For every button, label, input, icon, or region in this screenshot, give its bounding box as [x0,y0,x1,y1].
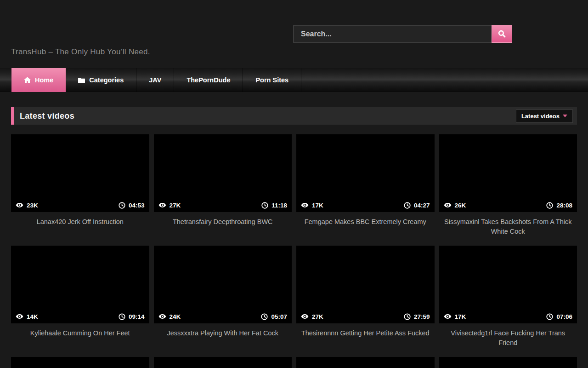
home-icon [24,77,31,83]
sort-dropdown-label: Latest videos [521,113,560,120]
views-stat: 27K [158,202,181,209]
video-stats: 17K 07:06 [439,310,577,323]
eye-icon [444,202,452,208]
video-card[interactable]: 17K 07:06 Vivisectedg1rl Face Fucking He… [439,246,577,348]
duration-value: 28:08 [556,202,572,209]
duration-value: 09:14 [129,313,145,320]
nav-tab-jav[interactable]: JAV [136,68,174,92]
duration-stat: 28:08 [546,202,572,209]
views-count: 17K [455,313,466,320]
section-title: Latest videos [20,111,74,121]
video-card[interactable]: 24K 05:07 Jessxxxtra Playing With Her Fa… [154,246,292,348]
views-stat: 17K [301,202,323,209]
video-thumbnail[interactable]: 17K 07:06 [439,246,577,323]
nav-tab-label: Home [35,76,53,84]
video-thumbnail[interactable]: 24K 05:07 [154,246,292,323]
video-stats: 27K 11:18 [154,198,292,212]
duration-stat: 04:53 [119,202,145,209]
eye-icon [16,314,23,319]
views-count: 26K [455,202,466,209]
main-navigation: Home Categories JAV ThePornDude Porn Sit… [0,68,588,92]
video-card[interactable]: 17K 04:27 Femgape Makes BBC Extremely Cr… [296,134,435,236]
video-stats: 27K 27:59 [296,310,435,323]
duration-stat: 27:59 [404,313,430,320]
clock-icon [261,202,268,209]
clock-icon [546,313,553,320]
clock-icon [404,202,411,209]
clock-icon [546,202,553,209]
duration-stat: 05:07 [261,313,287,320]
duration-value: 04:53 [129,202,145,209]
video-stats: 14K 09:14 [11,310,149,323]
clock-icon [261,313,268,320]
nav-tab-label: ThePornDude [187,76,230,84]
sort-dropdown[interactable]: Latest videos [516,109,573,123]
video-card[interactable]: 23K 04:53 Lanax420 Jerk Off Instruction [11,134,149,236]
eye-icon [158,314,166,319]
eye-icon [301,314,309,319]
duration-value: 11:18 [271,202,287,209]
video-title[interactable]: Kyliehaale Cumming On Her Feet [11,323,149,343]
video-thumbnail[interactable] [296,357,435,368]
caret-down-icon [563,115,567,117]
views-count: 27K [312,313,323,320]
duration-value: 27:59 [414,313,430,320]
search-input[interactable] [293,25,492,43]
video-title[interactable]: Jessxxxtra Playing With Her Fat Cock [154,323,292,343]
eye-icon [16,202,23,208]
views-count: 23K [27,202,38,209]
clock-icon [119,202,125,209]
video-thumbnail[interactable]: 17K 04:27 [296,134,435,212]
clock-icon [404,313,411,320]
search-button[interactable] [492,25,512,43]
video-thumbnail[interactable]: 27K 11:18 [154,134,292,212]
video-title[interactable]: Sissymaxinl Takes Backshots From A Thick… [439,212,577,236]
nav-tab-label: Porn Sites [255,76,288,84]
video-stats: 24K 05:07 [154,310,292,323]
views-stat: 14K [16,313,38,320]
nav-tab-porn-sites[interactable]: Porn Sites [243,68,301,92]
video-title[interactable]: Lanax420 Jerk Off Instruction [11,212,149,231]
main-content: Latest videos Latest videos 23K [0,107,588,368]
views-stat: 27K [301,313,323,320]
eye-icon [158,202,166,208]
duration-stat: 11:18 [261,202,287,209]
nav-tab-home[interactable]: Home [11,68,66,92]
views-count: 27K [170,202,181,209]
eye-icon [301,202,309,208]
views-count: 14K [27,313,38,320]
duration-value: 04:27 [414,202,430,209]
views-stat: 24K [158,313,181,320]
video-thumbnail[interactable] [439,357,577,368]
nav-tab-categories[interactable]: Categories [66,68,136,92]
eye-icon [444,314,452,319]
duration-stat: 07:06 [546,313,572,320]
video-title[interactable]: Femgape Makes BBC Extremely Creamy [296,212,435,231]
folder-icon [78,77,85,83]
video-card[interactable]: 26K 28:08 Sissymaxinl Takes Backshots Fr… [439,134,577,236]
video-card[interactable]: 27K 27:59 Thesirennnn Getting Her Petite… [296,246,435,348]
video-title[interactable]: Vivisectedg1rl Face Fucking Her Trans Fr… [439,323,577,348]
duration-value: 07:06 [556,313,572,320]
site-tagline: TransHub – The Only Hub You’ll Need. [11,47,150,57]
search-bar [293,25,512,43]
views-count: 17K [312,202,323,209]
video-title[interactable]: Thesirennnn Getting Her Petite Ass Fucke… [296,323,435,343]
video-stats: 23K 04:53 [11,198,149,212]
video-thumbnail[interactable] [154,357,292,368]
video-card[interactable]: 14K 09:14 Kyliehaale Cumming On Her Feet [11,246,149,348]
video-card[interactable]: 27K 11:18 Thetransfairy Deepthroating BW… [154,134,292,236]
video-stats: 17K 04:27 [296,198,435,212]
video-thumbnail[interactable]: 14K 09:14 [11,246,149,323]
nav-tab-label: Categories [89,76,124,84]
video-title[interactable]: Thetransfairy Deepthroating BWC [154,212,292,231]
video-thumbnail[interactable]: 27K 27:59 [296,246,435,323]
search-icon [498,29,506,38]
video-thumbnail[interactable]: 23K 04:53 [11,134,149,212]
video-stats: 26K 28:08 [439,198,577,212]
nav-tab-theporndude[interactable]: ThePornDude [174,68,243,92]
video-grid-next-row [11,357,577,368]
video-thumbnail[interactable]: 26K 28:08 [439,134,577,212]
views-stat: 17K [444,313,466,320]
video-thumbnail[interactable] [11,357,149,368]
